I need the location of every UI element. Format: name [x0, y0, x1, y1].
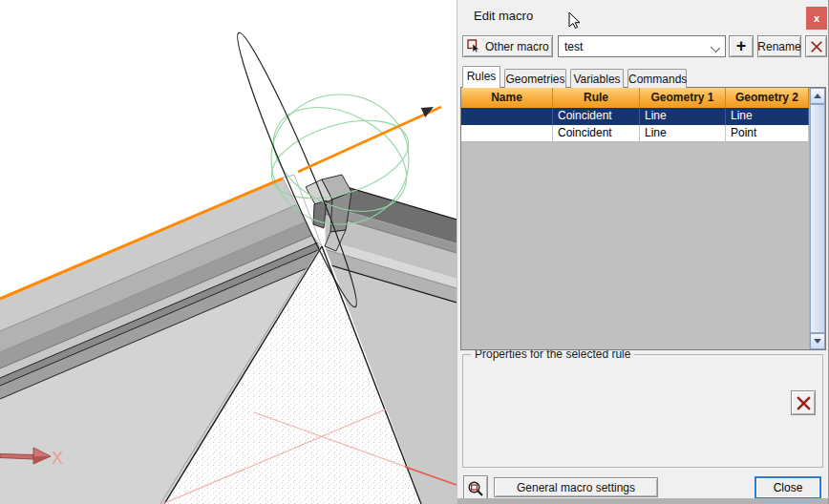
zoom-selection-button[interactable] [463, 475, 488, 501]
rename-macro-button[interactable]: Rename [757, 35, 801, 57]
window-bottom-edge [457, 498, 828, 504]
table-header-row: Name Rule Geometry 1 Geometry 2 [461, 88, 825, 108]
scroll-up-button[interactable] [810, 88, 825, 104]
column-header-name[interactable]: Name [461, 88, 553, 108]
close-button[interactable]: Close [755, 476, 821, 499]
cell-geometry2: Point [726, 125, 809, 142]
other-macro-button[interactable]: Other macro [462, 35, 553, 57]
column-header-rule[interactable]: Rule [553, 88, 640, 108]
tab-commands[interactable]: Commands [627, 69, 687, 88]
tab-variables[interactable]: Variables [570, 69, 624, 88]
title-bar[interactable]: Edit macro x [457, 0, 828, 34]
add-macro-button[interactable]: + [729, 35, 754, 57]
select-macro-icon [467, 39, 481, 53]
rules-table: Name Rule Geometry 1 Geometry 2 Coincide… [460, 87, 826, 350]
magnifier-icon [467, 480, 484, 497]
delete-macro-button[interactable] [805, 35, 827, 57]
delete-x-icon [796, 395, 812, 411]
tab-geometries[interactable]: Geometries [504, 69, 566, 88]
cell-name [461, 125, 553, 142]
cell-rule: Coincident [553, 108, 640, 125]
table-scrollbar[interactable] [809, 88, 825, 349]
dialog-title: Edit macro [474, 9, 533, 23]
cell-geometry1: Line [640, 125, 726, 142]
other-macro-label: Other macro [485, 40, 549, 53]
macro-select-value: test [564, 40, 583, 53]
edit-macro-dialog: Edit macro x Other macro test + Rename [457, 0, 829, 504]
scroll-down-button[interactable] [810, 333, 825, 349]
cell-rule: Coincident [553, 125, 640, 142]
general-macro-settings-button[interactable]: General macro settings [494, 477, 658, 497]
x-axis-label: X [52, 449, 63, 468]
table-row[interactable]: Coincident Line Point [461, 125, 825, 142]
cell-geometry1: Line [640, 108, 726, 125]
scroll-thumb[interactable] [810, 104, 825, 333]
cell-name [461, 108, 553, 125]
delete-x-icon [810, 40, 823, 53]
cell-geometry2: Line [726, 108, 809, 125]
chevron-down-icon [711, 43, 720, 52]
tab-rules[interactable]: Rules [462, 66, 500, 88]
cad-viewport[interactable]: X [0, 0, 457, 504]
macro-select[interactable]: test [558, 35, 726, 57]
app-window: X Edit macro x Other macro test + Rename [0, 0, 829, 504]
delete-rule-button[interactable] [791, 390, 816, 415]
arrow-down-icon [814, 339, 821, 344]
arrow-up-icon [814, 94, 821, 98]
mouse-cursor-icon [568, 12, 581, 30]
table-row-selected[interactable]: Coincident Line Line [461, 108, 825, 125]
column-header-geometry2[interactable]: Geometry 2 [726, 88, 809, 108]
properties-group: Properties for the selected rule [462, 354, 823, 468]
window-close-button[interactable]: x [806, 7, 827, 30]
column-header-geometry1[interactable]: Geometry 1 [640, 88, 726, 108]
